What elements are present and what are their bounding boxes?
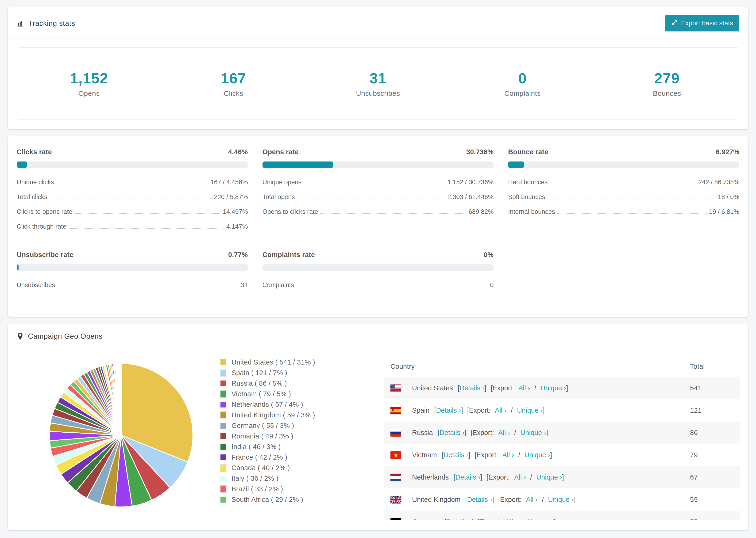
details-link[interactable]: Details › bbox=[444, 451, 468, 459]
details-link[interactable]: Details › bbox=[459, 384, 484, 392]
country-total: 541 bbox=[690, 377, 740, 399]
rate-row-label: Unsubscribes bbox=[17, 282, 55, 289]
rate-row-value: 0 bbox=[490, 282, 494, 289]
export-unique-link[interactable]: Unique › bbox=[524, 451, 550, 459]
rate-head: Complaints rate 0% bbox=[262, 251, 494, 259]
pie-slice bbox=[121, 363, 121, 435]
rate-row-label: Hard bounces bbox=[508, 179, 548, 186]
country-name: United States bbox=[412, 384, 453, 392]
rate-head: Unsubscribe rate 0.77% bbox=[17, 251, 248, 259]
rate-row: Unique clicks 167 / 4.456% bbox=[17, 175, 248, 190]
export-basic-stats-button[interactable]: Export basic stats bbox=[665, 15, 739, 31]
legend-label: United States ( 541 / 31% ) bbox=[232, 358, 315, 366]
rate-title: Unsubscribe rate bbox=[17, 251, 74, 259]
dotted-leader bbox=[56, 184, 208, 184]
column-header-total: Total bbox=[690, 356, 740, 377]
export-all-link[interactable]: All › bbox=[526, 496, 538, 503]
export-unique-link[interactable]: Unique › bbox=[536, 473, 562, 481]
tracking-stats-title: Tracking stats bbox=[17, 19, 75, 28]
map-pin-icon bbox=[17, 332, 24, 340]
rate-row-value: 14.497% bbox=[223, 208, 248, 215]
rates-grid: Clicks rate 4.46% Unique clicks 167 / 4.… bbox=[17, 148, 739, 293]
bracket-close-2: ] bbox=[546, 429, 548, 436]
dotted-leader bbox=[75, 213, 220, 214]
export-unique-link[interactable]: Unique › bbox=[517, 406, 543, 414]
country-total: 67 bbox=[690, 466, 740, 488]
slash-separator: / bbox=[530, 473, 532, 481]
export-all-link[interactable]: All › bbox=[506, 518, 517, 520]
details-link[interactable]: Details › bbox=[467, 496, 492, 503]
slash-separator: / bbox=[542, 496, 544, 503]
geo-table-row: United States [Details ›] [Export: All ›… bbox=[384, 377, 740, 399]
rate-block: Complaints rate 0% Complaints 0 bbox=[262, 251, 494, 293]
rate-row-value: 220 / 5.87% bbox=[214, 193, 248, 201]
details-link[interactable]: Details › bbox=[436, 406, 461, 414]
rate-row-label: Complaints bbox=[262, 282, 294, 289]
progress-bar-fill bbox=[17, 264, 19, 271]
export-icon bbox=[671, 19, 678, 27]
export-all-link[interactable]: All › bbox=[495, 406, 507, 414]
country-name: United Kingdom bbox=[412, 496, 460, 503]
bracket-close: ] bbox=[480, 473, 482, 481]
country-total: 121 bbox=[690, 399, 740, 422]
bracket-close-2: ] bbox=[562, 473, 564, 481]
rate-row-value: 689.82% bbox=[469, 208, 494, 215]
legend-item: United States ( 541 / 31% ) bbox=[220, 358, 384, 366]
export-all-link[interactable]: All › bbox=[502, 451, 514, 459]
country-flag-icon bbox=[391, 385, 401, 392]
rate-rows: Unique opens 1,152 / 30.736% Total opens… bbox=[262, 175, 494, 219]
stat-card: 31 Unsubscribes bbox=[306, 48, 450, 120]
rate-row: Total opens 2,303 / 61.446% bbox=[262, 190, 494, 204]
export-prefix: [Export: bbox=[474, 451, 498, 459]
geo-table-head: Country Total bbox=[384, 356, 740, 377]
country-cell: Russia [Details ›] [Export: All › / Uniq… bbox=[406, 422, 690, 444]
export-unique-link[interactable]: Unique › bbox=[548, 496, 574, 503]
rate-value: 30.736% bbox=[466, 148, 494, 156]
rate-row-label: Click through rate bbox=[17, 223, 67, 230]
details-link[interactable]: Details › bbox=[456, 473, 480, 481]
legend-item: Italy ( 36 / 2% ) bbox=[220, 475, 384, 482]
rate-head: Clicks rate 4.46% bbox=[17, 148, 248, 156]
bracket-close-2: ] bbox=[550, 451, 552, 459]
country-total: 86 bbox=[690, 422, 740, 444]
country-cell: Spain [Details ›] [Export: All › / Uniqu… bbox=[406, 399, 690, 422]
bracket-close-2: ] bbox=[543, 406, 545, 414]
rate-row-label: Internal bounces bbox=[508, 208, 555, 215]
geo-table-row: Netherlands [Details ›] [Export: All › /… bbox=[384, 466, 740, 488]
rate-block: Clicks rate 4.46% Unique clicks 167 / 4.… bbox=[17, 148, 248, 234]
legend-swatch bbox=[220, 486, 227, 493]
rate-row: Unique opens 1,152 / 30.736% bbox=[262, 175, 494, 190]
geo-title-text: Campaign Geo Opens bbox=[28, 332, 102, 341]
rate-row-value: 31 bbox=[241, 282, 248, 289]
export-all-link[interactable]: All › bbox=[518, 384, 530, 392]
geo-pie-chart bbox=[47, 361, 195, 509]
details-link[interactable]: Details › bbox=[440, 429, 464, 436]
export-unique-link[interactable]: Unique › bbox=[540, 384, 566, 392]
geo-table-row: Russia [Details ›] [Export: All › / Uniq… bbox=[384, 422, 740, 444]
geo-title: Campaign Geo Opens bbox=[17, 332, 102, 341]
legend-label: Germany ( 55 / 3% ) bbox=[232, 422, 294, 430]
legend-item: Romania ( 49 / 3% ) bbox=[220, 432, 384, 440]
rate-row-value: 1,152 / 30.736% bbox=[448, 179, 494, 186]
rate-row-value: 2,303 / 61.446% bbox=[448, 193, 494, 201]
dotted-leader bbox=[304, 184, 445, 184]
export-all-link[interactable]: All › bbox=[498, 429, 510, 436]
stat-label: Unsubscribes bbox=[308, 89, 448, 97]
bracket-close-2: ] bbox=[566, 384, 568, 392]
rate-row-value: 242 / 86.738% bbox=[698, 179, 739, 186]
export-unique-link[interactable]: Unique › bbox=[520, 429, 546, 436]
geo-table-row: United Kingdom [Details ›] [Export: All … bbox=[384, 488, 740, 511]
rate-row: Opens to clicks rate 689.82% bbox=[262, 204, 494, 219]
geo-table-body: United States [Details ›] [Export: All ›… bbox=[384, 377, 740, 520]
export-all-link[interactable]: All › bbox=[514, 473, 526, 481]
stat-label: Bounces bbox=[597, 89, 737, 97]
tracking-stats-card: Tracking stats Export basic stats 1,152 … bbox=[8, 7, 748, 129]
flag-cell bbox=[384, 422, 406, 444]
legend-swatch bbox=[220, 412, 227, 418]
details-link[interactable]: Details › bbox=[447, 518, 471, 520]
export-button-label: Export basic stats bbox=[681, 20, 733, 27]
legend-item: France ( 42 / 2% ) bbox=[220, 454, 384, 461]
rate-row: Soft bounces 18 / 0% bbox=[508, 190, 739, 204]
legend-label: Netherlands ( 67 / 4% ) bbox=[232, 401, 303, 408]
export-unique-link[interactable]: Unique › bbox=[527, 518, 553, 520]
